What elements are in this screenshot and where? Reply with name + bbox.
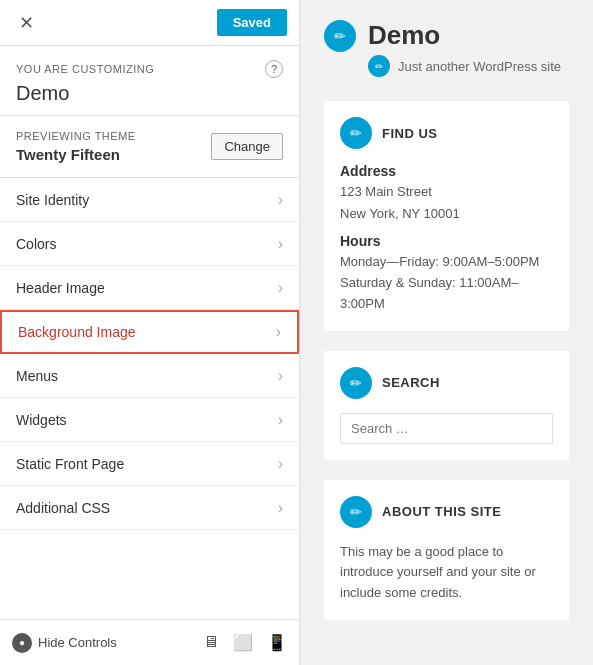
menu-item-label-site-identity: Site Identity [16, 192, 89, 208]
hours-line2: Saturday & Sunday: 11:00AM–3:00PM [340, 273, 553, 315]
preview-site-title: Demo [368, 20, 561, 51]
menu-item-static-front-page[interactable]: Static Front Page › [0, 442, 299, 486]
menu-item-label-background-image: Background Image [18, 324, 136, 340]
chevron-icon: › [278, 455, 283, 473]
chevron-icon: › [278, 191, 283, 209]
menu-item-site-identity[interactable]: Site Identity › [0, 178, 299, 222]
close-button[interactable]: ✕ [12, 9, 40, 37]
bottom-bar: ● Hide Controls 🖥 ⬜ 📱 [0, 619, 299, 665]
menu-item-label-header-image: Header Image [16, 280, 105, 296]
edit-tagline-icon[interactable]: ✏ [368, 55, 390, 77]
hours-line1: Monday—Friday: 9:00AM–5:00PM [340, 252, 553, 273]
about-header: ✏ ABOUT THIS SITE [340, 496, 553, 528]
about-text: This may be a good place to introduce yo… [340, 542, 553, 604]
edit-site-title-icon[interactable]: ✏ [324, 20, 356, 52]
address-line2: New York, NY 10001 [340, 204, 553, 224]
search-input[interactable] [340, 413, 553, 444]
search-title: SEARCH [382, 375, 440, 390]
about-widget: ✏ ABOUT THIS SITE This may be a good pla… [324, 480, 569, 620]
hours-label: Hours [340, 233, 553, 249]
preview-panel: ✏ Demo ✏ Just another WordPress site ✏ F… [300, 0, 593, 665]
help-icon[interactable]: ? [265, 60, 283, 78]
customizing-site-name: Demo [16, 82, 283, 105]
chevron-icon: › [278, 367, 283, 385]
menu-item-widgets[interactable]: Widgets › [0, 398, 299, 442]
find-us-title: FIND US [382, 126, 438, 141]
menu-item-background-image[interactable]: Background Image › [0, 310, 299, 354]
customizer-menu-list: Site Identity › Colors › Header Image › … [0, 178, 299, 619]
search-widget: ✏ SEARCH [324, 351, 569, 460]
menu-item-label-menus: Menus [16, 368, 58, 384]
find-us-header: ✏ FIND US [340, 117, 553, 149]
address-line1: 123 Main Street [340, 182, 553, 202]
top-bar: ✕ Saved [0, 0, 299, 46]
change-theme-button[interactable]: Change [211, 133, 283, 160]
customizer-panel: ✕ Saved You are customizing ? Demo Previ… [0, 0, 300, 665]
chevron-icon: › [276, 323, 281, 341]
menu-item-colors[interactable]: Colors › [0, 222, 299, 266]
customizing-section: You are customizing ? Demo [0, 46, 299, 116]
theme-name: Twenty Fifteen [16, 146, 136, 163]
about-title: ABOUT THIS SITE [382, 504, 501, 519]
edit-search-icon[interactable]: ✏ [340, 367, 372, 399]
chevron-icon: › [278, 235, 283, 253]
site-header: ✏ Demo ✏ Just another WordPress site [324, 20, 569, 77]
theme-label: Previewing theme [16, 130, 136, 142]
desktop-icon[interactable]: 🖥 [203, 633, 219, 652]
mobile-icon[interactable]: 📱 [267, 633, 287, 652]
device-icons: 🖥 ⬜ 📱 [203, 633, 287, 652]
tablet-icon[interactable]: ⬜ [233, 633, 253, 652]
chevron-icon: › [278, 411, 283, 429]
edit-about-icon[interactable]: ✏ [340, 496, 372, 528]
customizing-label: You are customizing [16, 63, 154, 75]
hide-controls-button[interactable]: ● Hide Controls [12, 633, 117, 653]
chevron-icon: › [278, 279, 283, 297]
saved-button[interactable]: Saved [217, 9, 287, 36]
eye-icon: ● [12, 633, 32, 653]
find-us-widget: ✏ FIND US Address 123 Main Street New Yo… [324, 101, 569, 330]
edit-find-us-icon[interactable]: ✏ [340, 117, 372, 149]
menu-item-label-colors: Colors [16, 236, 56, 252]
menu-item-additional-css[interactable]: Additional CSS › [0, 486, 299, 530]
chevron-icon: › [278, 499, 283, 517]
hide-controls-label: Hide Controls [38, 635, 117, 650]
address-label: Address [340, 163, 553, 179]
menu-item-label-static-front-page: Static Front Page [16, 456, 124, 472]
menu-item-menus[interactable]: Menus › [0, 354, 299, 398]
menu-item-label-additional-css: Additional CSS [16, 500, 110, 516]
menu-item-header-image[interactable]: Header Image › [0, 266, 299, 310]
theme-section: Previewing theme Twenty Fifteen Change [0, 116, 299, 178]
preview-tagline: Just another WordPress site [398, 59, 561, 74]
search-header: ✏ SEARCH [340, 367, 553, 399]
menu-item-label-widgets: Widgets [16, 412, 67, 428]
